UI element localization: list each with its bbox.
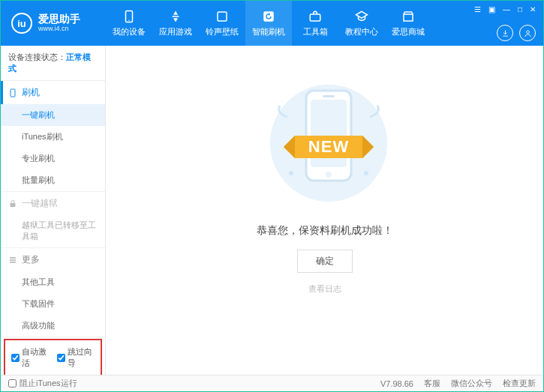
nav-label: 工具箱	[303, 26, 328, 37]
confirm-button[interactable]: 确定	[297, 250, 353, 273]
toolbox-icon	[308, 10, 322, 23]
nav-my-device[interactable]: 我的设备	[106, 1, 152, 46]
logo: iu 爱思助手 www.i4.cn	[1, 13, 106, 34]
graduation-icon	[355, 10, 368, 23]
status-bar: 阻止iTunes运行 V7.98.66 客服 微信公众号 检查更新	[1, 375, 543, 391]
svg-point-12	[364, 171, 368, 175]
logo-icon: iu	[11, 13, 32, 34]
svg-rect-16	[323, 95, 335, 97]
nav-toolbox[interactable]: 工具箱	[292, 1, 338, 46]
app-url: www.i4.cn	[38, 25, 80, 33]
maximize-button[interactable]: □	[516, 5, 524, 13]
sidebar-item-download-firmware[interactable]: 下载固件	[1, 293, 105, 315]
status-label: 设备连接状态：	[8, 52, 66, 61]
wallpaper-icon	[215, 10, 229, 23]
view-log-link[interactable]: 查看日志	[308, 283, 341, 295]
sidebar-head-more[interactable]: 更多	[1, 248, 105, 271]
list-icon	[8, 256, 17, 265]
sidebar: 设备连接状态：正常模式 刷机 一键刷机 iTunes刷机 专业刷机 批量刷机 一…	[1, 46, 106, 376]
apps-icon	[169, 10, 182, 23]
nav-label: 铃声壁纸	[206, 26, 239, 37]
svg-rect-4	[310, 14, 320, 21]
nav-apps[interactable]: 应用游戏	[152, 1, 199, 46]
sidebar-item-batch-flash[interactable]: 批量刷机	[1, 169, 105, 191]
sidebar-head-label: 更多	[22, 254, 40, 265]
close-button[interactable]: ✕	[528, 5, 537, 13]
sidebar-head-label: 刷机	[22, 87, 40, 98]
check-update-link[interactable]: 检查更新	[503, 378, 536, 389]
jailbreak-note: 越狱工具已转移至工具箱	[1, 215, 105, 247]
checkbox-label: 阻止iTunes运行	[20, 378, 77, 389]
sidebar-item-advanced[interactable]: 高级功能	[1, 315, 105, 337]
connection-status: 设备连接状态：正常模式	[1, 46, 105, 81]
options-row: 自动激活 跳过向导	[4, 339, 102, 376]
phone-icon	[122, 10, 136, 23]
app-title: 爱思助手	[38, 13, 80, 25]
sidebar-item-itunes-flash[interactable]: iTunes刷机	[1, 126, 105, 148]
sidebar-item-pro-flash[interactable]: 专业刷机	[1, 148, 105, 169]
app-header: iu 爱思助手 www.i4.cn 我的设备 应用游戏 铃声壁纸 智能刷机 工具…	[1, 1, 543, 46]
user-button[interactable]	[519, 25, 536, 41]
window-controls: ☰ ▣ — □ ✕	[473, 5, 537, 13]
success-message: 恭喜您，保资料刷机成功啦！	[257, 224, 393, 238]
refresh-icon	[262, 10, 275, 23]
nav-label: 我的设备	[113, 26, 146, 37]
svg-rect-7	[11, 89, 15, 97]
lock-icon	[8, 199, 17, 208]
svg-point-1	[128, 19, 130, 21]
wechat-link[interactable]: 微信公众号	[451, 378, 492, 389]
svg-rect-8	[11, 203, 16, 207]
sidebar-head-flash[interactable]: 刷机	[1, 81, 105, 104]
nav-ringtones[interactable]: 铃声壁纸	[199, 1, 245, 46]
minimize-button[interactable]: —	[501, 5, 512, 13]
sidebar-item-oneclick-flash[interactable]: 一键刷机	[1, 104, 105, 126]
auto-activate-checkbox[interactable]: 自动激活	[11, 346, 50, 369]
nav-label: 应用游戏	[159, 26, 192, 37]
nav-label: 智能刷机	[252, 26, 285, 37]
nav-label: 爱思商城	[392, 26, 425, 37]
skip-guide-checkbox[interactable]: 跳过向导	[57, 346, 95, 369]
nav-flash[interactable]: 智能刷机	[245, 1, 292, 46]
success-illustration: NEW	[269, 76, 381, 211]
menu-icon[interactable]: ☰	[473, 5, 482, 13]
customer-service-link[interactable]: 客服	[424, 378, 440, 389]
checkbox-label: 自动激活	[22, 346, 50, 369]
nav-label: 教程中心	[345, 26, 378, 37]
svg-point-11	[289, 171, 293, 175]
main-content: NEW 恭喜您，保资料刷机成功啦！ 确定 查看日志	[106, 46, 543, 376]
sidebar-item-other-tools[interactable]: 其他工具	[1, 271, 105, 293]
sidebar-head-jailbreak[interactable]: 一键越狱	[1, 192, 105, 215]
svg-point-6	[526, 30, 529, 33]
nav-tutorials[interactable]: 教程中心	[338, 1, 385, 46]
svg-text:NEW: NEW	[308, 137, 348, 156]
svg-point-15	[326, 172, 332, 178]
checkbox-label: 跳过向导	[68, 346, 95, 369]
block-itunes-checkbox[interactable]: 阻止iTunes运行	[8, 378, 77, 389]
skin-icon[interactable]: ▣	[487, 5, 497, 13]
version-label: V7.98.66	[380, 379, 413, 388]
svg-rect-2	[218, 12, 227, 21]
store-icon	[401, 10, 415, 23]
sidebar-head-label: 一键越狱	[22, 198, 58, 209]
nav-store[interactable]: 爱思商城	[385, 1, 431, 46]
phone-icon	[8, 88, 17, 97]
download-button[interactable]	[497, 25, 513, 41]
svg-rect-5	[404, 14, 413, 21]
